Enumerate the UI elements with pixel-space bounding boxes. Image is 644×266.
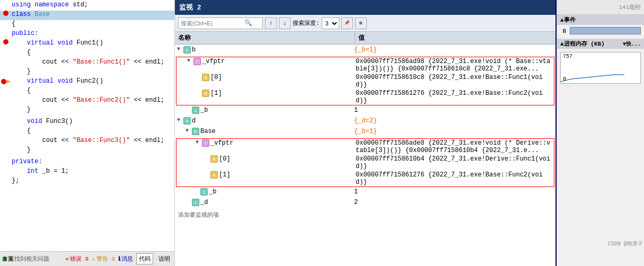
tree-item-value: 0x00007ff7158610c8 {2022_7_31.exe!Base::…	[354, 74, 554, 88]
var-icon: b	[183, 46, 191, 54]
memory-section: 757 0	[557, 49, 644, 86]
tree-item-label: Base	[200, 128, 216, 135]
code-line: {	[0, 20, 174, 30]
breakpoint-dot	[3, 39, 8, 45]
tree-cell-name: ▼ * _vfptr	[177, 139, 354, 147]
code-text: };	[11, 177, 173, 184]
tree-cell-name: i _b	[175, 188, 352, 196]
tree-row: i _d 2	[175, 198, 555, 209]
depth-label: 搜索深度:	[293, 19, 320, 27]
code-text: {	[11, 20, 173, 28]
tree-item-label: [1]	[219, 171, 231, 179]
code-line: cout << "Base::Func2()" << endl;	[0, 96, 174, 106]
code-line: public:	[0, 30, 174, 39]
events-label: ▲事件	[560, 16, 576, 24]
tree-item-value: {_d=2}	[352, 117, 555, 125]
tree-item-label: b	[192, 46, 196, 54]
code-line: }	[0, 146, 174, 156]
var-icon: i	[192, 199, 199, 206]
add-watch-label[interactable]: 添加要监视的项	[175, 209, 555, 221]
column-headers: 名称 值	[175, 32, 555, 45]
monitor-panel: 监视 2 🔍 ↑ ↓ 搜索深度: 3 1 2 4 5 📌 ⊞ 名称 值	[175, 0, 557, 266]
line-gutter: ▶	[1, 77, 11, 85]
mem-icon: m	[210, 171, 218, 179]
mem-icon: m	[202, 90, 209, 97]
var-icon: d	[183, 117, 191, 125]
code-line: ▶ virtual void Func2()	[0, 77, 174, 87]
code-line: void Func3()	[0, 118, 174, 127]
tree-item-value: 1	[352, 188, 555, 196]
expand-arrow[interactable]: ▼	[177, 46, 182, 52]
code-text: virtual void Func1()	[11, 39, 173, 47]
monitor-title: 监视 2	[179, 3, 201, 12]
search-box[interactable]: 🔍	[178, 17, 263, 29]
csdn-watermark: CSDN @韩昱子	[608, 240, 643, 247]
warning-badge: ⚠警告 0	[92, 255, 115, 263]
tree-item-label: _vfptr	[202, 58, 225, 65]
col-name-header: 名称	[175, 32, 355, 44]
toolbar-grid-btn[interactable]: ⊞	[355, 17, 367, 29]
ptr-icon: *	[193, 58, 201, 65]
monitor-title-bar: 监视 2	[175, 0, 555, 15]
derive-vfptr-group: ▼ * _vfptr 0x00007ff71586ade8 {2022_7_31…	[176, 138, 554, 187]
code-line: cout << "Base::Func1()" << endl;	[0, 58, 174, 68]
expand-arrow[interactable]: ▼	[187, 58, 192, 64]
expand-arrow[interactable]: ▼	[196, 139, 201, 145]
toolbar-up-btn[interactable]: ↑	[265, 17, 277, 29]
memory-header: ▲进程内存 (KB) ▼快...	[557, 39, 644, 49]
pause-icon[interactable]: ⏸	[560, 27, 568, 34]
solution-label: 方案	[0, 251, 16, 266]
code-line: {	[0, 49, 174, 58]
tree-cell-name: ▼ B Base	[175, 128, 352, 135]
tree-row: ▼ * _vfptr 0x00007ff71586ad98 {2022_7_31…	[177, 57, 554, 73]
code-text: int _b = 1;	[11, 167, 173, 175]
tree-cell-name: m [0]	[177, 74, 354, 81]
vfptr-group: ▼ * _vfptr 0x00007ff71586ad98 {2022_7_31…	[176, 57, 554, 105]
tree-row: ▼ d d {_d=2}	[175, 117, 555, 127]
expand-arrow[interactable]: ▼	[186, 128, 191, 134]
error-badge: ✕错误 0	[65, 255, 89, 263]
ptr-icon: *	[202, 139, 209, 147]
expand-arrow[interactable]: ▼	[177, 117, 182, 123]
tree-cell-name: i _b	[175, 107, 352, 114]
code-text: {	[11, 87, 173, 94]
tab-code[interactable]: 代码	[136, 253, 153, 264]
code-line: cout << "Base::Func3()" << endl;	[0, 137, 174, 146]
line-gutter	[1, 11, 11, 16]
search-icon[interactable]: 🔍	[244, 19, 252, 27]
code-text: using namespace std;	[11, 1, 173, 8]
code-text: cout << "Base::Func2()" << endl;	[11, 96, 173, 104]
tree-row: ▼ b b {_b=1}	[175, 46, 555, 56]
tree-item-value: {_b=1}	[352, 46, 555, 54]
tab-note[interactable]: 说明	[156, 254, 172, 264]
code-text: cout << "Base::Func3()" << endl;	[11, 137, 173, 144]
right-top: 141毫秒	[557, 0, 644, 15]
tree-item-value: {_b=1}	[352, 128, 555, 135]
var-icon: i	[200, 188, 208, 196]
code-area: using namespace std; class Base { public…	[0, 0, 174, 250]
toolbar-down-btn[interactable]: ↓	[279, 17, 290, 29]
bottom-bar: 未找到相关问题 ✕错误 0 ⚠警告 0 ℹ消息 代码 说明	[0, 251, 175, 266]
tree-row: i _b 1	[175, 188, 555, 198]
col-value-header: 值	[355, 33, 555, 42]
main-container: using namespace std; class Base { public…	[0, 0, 644, 266]
tree-item-label: d	[192, 117, 196, 125]
search-input[interactable]	[181, 20, 244, 26]
depth-select[interactable]: 3 1 2 4 5	[322, 17, 339, 29]
code-text: virtual void Func2()	[11, 77, 173, 85]
quick-label[interactable]: ▼快...	[623, 40, 641, 48]
code-text: void Func3()	[11, 118, 173, 125]
events-header: ▲事件	[557, 15, 644, 25]
tree-item-value: 2	[352, 199, 555, 206]
tree-item-label: _b	[200, 107, 208, 114]
memory-chart: 757 0	[560, 52, 641, 84]
tree-row: ▼ * _vfptr 0x00007ff71586ade8 {2022_7_31…	[177, 139, 554, 155]
tree-item-label: _d	[200, 199, 208, 206]
tree-item-value: 0x00007ff715861276 {2022_7_31.exe!Base::…	[354, 90, 554, 104]
toolbar-pin-btn[interactable]: 📌	[341, 17, 353, 29]
tree-item-label: [0]	[210, 74, 222, 81]
memory-sparkline	[561, 52, 640, 83]
right-panel: 141毫秒 ▲事件 ⏸ ▲进程内存 (KB) ▼快... 757 0 C	[557, 0, 644, 266]
code-line: };	[0, 177, 174, 187]
code-text: }	[11, 68, 173, 75]
